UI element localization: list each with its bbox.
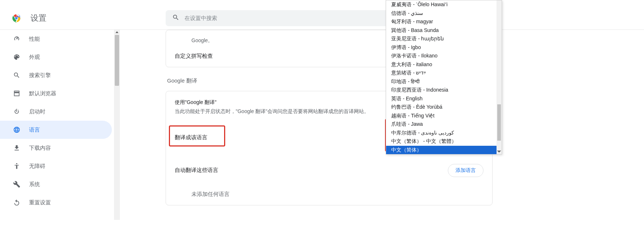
dropdown-scroll-thumb[interactable] [497, 104, 501, 141]
power-icon [13, 108, 20, 115]
sidebar-item-startup[interactable]: 启动时 [0, 103, 112, 121]
svg-point-2 [15, 17, 18, 19]
dropdown-item[interactable]: 中文（繁体） - 中文（繁體） [386, 137, 502, 146]
scroll-up-icon[interactable] [114, 30, 120, 35]
auto-translate-row: 自动翻译这些语言 添加语言 [166, 157, 492, 184]
dropdown-item[interactable]: 匈牙利语 - magyar [386, 17, 502, 26]
auto-translate-label: 自动翻译这些语言 [175, 167, 218, 174]
dropdown-list: 夏威夷语 - ʻŌlelo Hawaiʻi信德语 - سنڌي匈牙利语 - ma… [386, 0, 502, 154]
sidebar-item-label: 启动时 [29, 108, 45, 115]
sidebar-item-label: 外观 [29, 54, 40, 61]
add-language-button[interactable]: 添加语言 [448, 164, 483, 177]
dropdown-item[interactable]: 印地语 - हिन्दी [386, 77, 502, 86]
download-icon [13, 144, 20, 152]
highlight-box-label [169, 125, 225, 146]
sidebar-item-label: 无障碍 [29, 163, 45, 170]
chrome-logo-icon [12, 13, 21, 23]
sidebar-nav: 性能 外观 搜索引擎 默认浏览器 启动时 语言 下载内容 无障碍 系统 重置设置 [0, 30, 120, 220]
sidebar-item-search-engine[interactable]: 搜索引擎 [0, 66, 112, 84]
dropdown-item[interactable]: 亚美尼亚语 - հայերեն [386, 35, 502, 43]
sidebar-item-performance[interactable]: 性能 [0, 30, 112, 48]
dropdown-item[interactable]: 巽他语 - Basa Sunda [386, 26, 502, 35]
sidebar-item-reset[interactable]: 重置设置 [0, 193, 112, 212]
dropdown-item[interactable]: 意大利语 - italiano [386, 60, 502, 69]
dropdown-item[interactable]: 中库尔德语 - کوردیی ناوەندی [386, 129, 502, 137]
dropdown-item[interactable]: 信德语 - سنڌي [386, 9, 502, 18]
page-title: 设置 [31, 13, 46, 24]
reset-icon [13, 199, 20, 206]
sidebar-item-downloads[interactable]: 下载内容 [0, 139, 112, 157]
sidebar-item-label: 性能 [29, 36, 40, 43]
sidebar-item-system[interactable]: 系统 [0, 175, 112, 193]
wrench-icon [13, 181, 20, 188]
app-header: 设置 [0, 7, 644, 30]
sidebar-item-accessibility[interactable]: 无障碍 [0, 157, 112, 175]
dropdown-item[interactable]: 意第绪语 - ייִדיש [386, 69, 502, 77]
search-container[interactable] [166, 10, 391, 26]
sidebar-item-label: 默认浏览器 [29, 90, 56, 97]
palette-icon [13, 53, 20, 61]
sidebar-item-default-browser[interactable]: 默认浏览器 [0, 84, 112, 103]
search-icon [13, 72, 20, 79]
svg-point-3 [16, 163, 17, 164]
sidebar-item-label: 语言 [29, 126, 40, 133]
search-icon [172, 14, 179, 22]
dropdown-item[interactable]: 越南语 - Tiếng Việt [386, 112, 502, 120]
sidebar-item-label: 搜索引擎 [29, 72, 51, 79]
dropdown-item[interactable]: 爪哇语 - Jawa [386, 120, 502, 129]
scrollbar-thumb[interactable] [115, 35, 119, 86]
sidebar-item-label: 下载内容 [29, 145, 51, 152]
scroll-down-icon[interactable] [497, 149, 502, 154]
accessibility-icon [13, 162, 20, 170]
no-languages-text: 未添加任何语言 [166, 184, 492, 205]
dropdown-scrollbar[interactable] [497, 0, 502, 154]
dropdown-item[interactable]: 英语 - English [386, 95, 502, 103]
speedometer-icon [13, 35, 20, 43]
dropdown-item[interactable]: 夏威夷语 - ʻŌlelo Hawaiʻi [386, 0, 502, 9]
dropdown-item[interactable]: 伊洛卡诺语 - Ilokano [386, 52, 502, 60]
dropdown-item[interactable]: 伊博语 - Igbo [386, 43, 502, 52]
sidebar-item-languages[interactable]: 语言 [0, 121, 112, 139]
sidebar-item-label: 重置设置 [29, 199, 51, 206]
sidebar-scrollbar[interactable] [114, 30, 120, 220]
sidebar-item-appearance[interactable]: 外观 [0, 48, 112, 66]
sidebar-item-label: 系统 [29, 181, 40, 188]
dropdown-item[interactable]: 中文（简体） [386, 146, 502, 154]
browser-icon [13, 90, 20, 97]
dropdown-item[interactable]: 约鲁巴语 - Èdè Yorùbá [386, 103, 502, 112]
dropdown-item[interactable]: 印度尼西亚语 - Indonesia [386, 86, 502, 95]
language-dropdown: 夏威夷语 - ʻŌlelo Hawaiʻi信德语 - سنڌي匈牙利语 - ma… [386, 0, 502, 154]
globe-icon [13, 126, 20, 133]
search-input[interactable] [185, 15, 384, 21]
